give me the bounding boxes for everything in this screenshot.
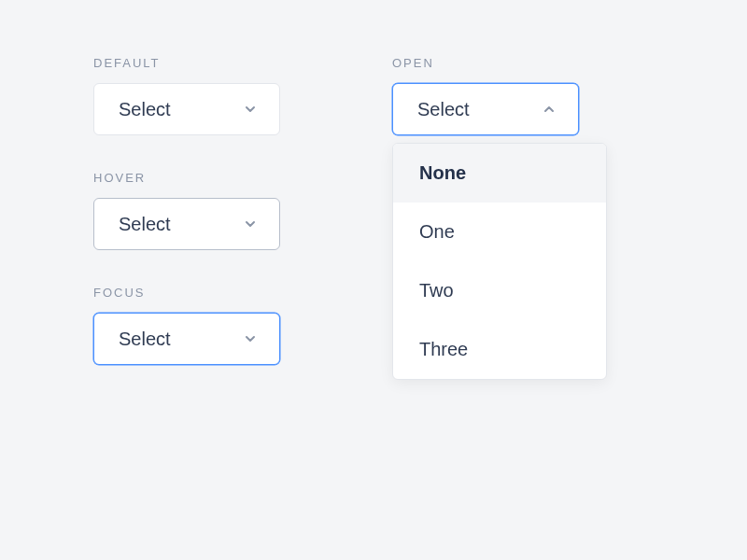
state-open: OPEN Select None One Two Three [392, 56, 579, 135]
select-open[interactable]: Select [392, 83, 579, 135]
select-default[interactable]: Select [93, 83, 280, 135]
select-value: Select [119, 329, 171, 350]
dropdown-option[interactable]: None [393, 144, 606, 203]
right-column: OPEN Select None One Two Three [392, 56, 579, 400]
state-focus: FOCUS Select [93, 286, 280, 365]
select-value: Select [119, 214, 171, 235]
chevron-down-icon [242, 330, 259, 347]
select-focus[interactable]: Select [93, 313, 280, 365]
state-label-open: OPEN [392, 56, 579, 70]
state-label-focus: FOCUS [93, 286, 280, 300]
state-hover: HOVER Select [93, 171, 280, 250]
dropdown-option[interactable]: Three [393, 320, 606, 379]
state-label-hover: HOVER [93, 171, 280, 185]
left-column: DEFAULT Select HOVER Select FOCUS Select [93, 56, 280, 400]
chevron-down-icon [242, 101, 259, 118]
select-value: Select [119, 99, 171, 120]
chevron-down-icon [242, 216, 259, 232]
dropdown-option[interactable]: One [393, 203, 606, 261]
state-label-default: DEFAULT [93, 56, 280, 70]
state-default: DEFAULT Select [93, 56, 280, 135]
select-value: Select [417, 99, 470, 120]
chevron-up-icon [541, 101, 557, 118]
dropdown-menu: None One Two Three [392, 143, 607, 380]
select-hover[interactable]: Select [93, 198, 280, 250]
dropdown-option[interactable]: Two [393, 261, 606, 320]
